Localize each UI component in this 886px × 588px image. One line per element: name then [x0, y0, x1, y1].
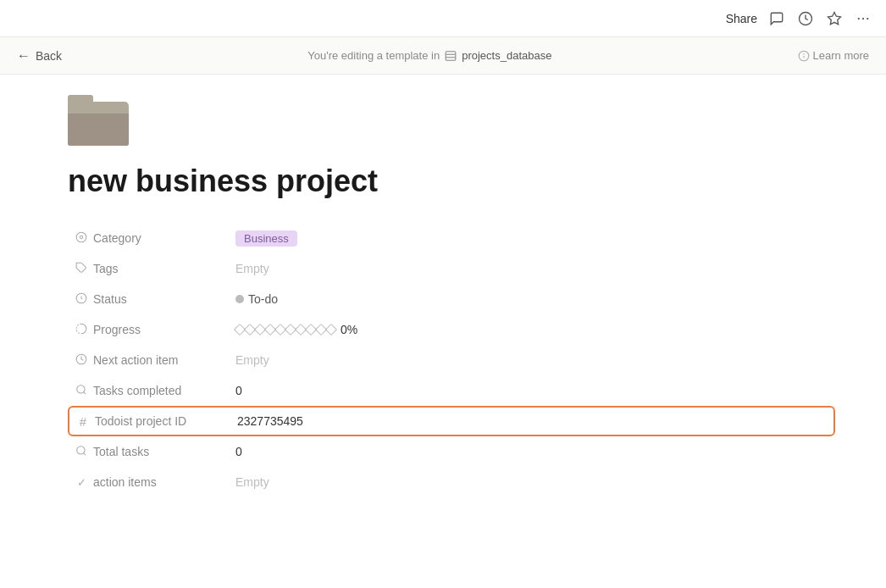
- todoist-id-label-text: Todoist project ID: [95, 414, 186, 428]
- next-action-empty: Empty: [235, 353, 269, 367]
- database-name: projects_database: [462, 49, 551, 62]
- svg-point-18: [77, 385, 85, 392]
- property-todoist-id-label: # Todoist project ID: [76, 414, 237, 429]
- property-action-items-label: ✓ action items: [75, 475, 235, 489]
- template-bar: ← Back You're editing a template in proj…: [0, 37, 886, 75]
- tags-icon: [75, 262, 88, 276]
- action-items-value[interactable]: Empty: [235, 475, 828, 489]
- property-status-label: Status: [75, 292, 235, 307]
- action-items-empty: Empty: [235, 475, 269, 489]
- total-tasks-number: 0: [235, 445, 242, 458]
- template-editing-info: You're editing a template in projects_da…: [307, 49, 551, 62]
- property-next-action[interactable]: Next action item Empty: [68, 345, 835, 375]
- next-action-label-text: Next action item: [93, 353, 178, 367]
- business-tag: Business: [235, 230, 297, 247]
- svg-point-2: [858, 17, 860, 19]
- svg-line-19: [84, 391, 86, 394]
- property-tasks-completed[interactable]: Tasks completed 0: [68, 375, 835, 406]
- property-progress[interactable]: Progress 0%: [68, 314, 835, 345]
- database-icon: [445, 50, 457, 62]
- share-button[interactable]: Share: [726, 12, 757, 25]
- folder-icon: [68, 95, 129, 146]
- tags-value[interactable]: Empty: [235, 262, 828, 275]
- category-icon: [75, 231, 88, 246]
- property-action-items[interactable]: ✓ action items Empty: [68, 467, 835, 497]
- status-dot: [235, 295, 244, 303]
- status-value[interactable]: To-do: [235, 292, 828, 306]
- svg-point-3: [862, 17, 864, 19]
- svg-point-20: [77, 446, 85, 453]
- svg-point-12: [80, 236, 83, 239]
- tags-label-text: Tags: [93, 262, 119, 275]
- learn-more-label: Learn more: [813, 49, 869, 62]
- svg-point-11: [76, 232, 86, 242]
- total-tasks-label-text: Total tasks: [93, 445, 149, 458]
- svg-marker-1: [828, 12, 841, 24]
- progress-percent: 0%: [341, 323, 357, 336]
- learn-more-button[interactable]: Learn more: [798, 49, 869, 62]
- action-items-label-text: action items: [93, 475, 157, 489]
- back-arrow-icon: ←: [17, 48, 30, 64]
- tasks-completed-value[interactable]: 0: [235, 384, 828, 397]
- diamond-10: [325, 324, 337, 336]
- property-total-tasks[interactable]: Total tasks 0: [68, 436, 835, 467]
- property-next-action-label: Next action item: [75, 353, 235, 368]
- back-label: Back: [36, 49, 62, 63]
- next-action-value[interactable]: Empty: [235, 353, 828, 367]
- comment-icon[interactable]: [767, 9, 786, 28]
- status-icon: [75, 292, 88, 307]
- tasks-completed-icon: [75, 384, 88, 398]
- progress-label-text: Progress: [93, 323, 141, 336]
- info-icon: [798, 50, 810, 62]
- page-icon[interactable]: [68, 95, 835, 146]
- hash-icon: #: [76, 414, 90, 429]
- tags-empty: Empty: [235, 262, 269, 275]
- progress-diamonds: 0%: [235, 323, 357, 336]
- category-label-text: Category: [93, 231, 141, 245]
- next-action-icon: [75, 353, 88, 368]
- tasks-completed-number: 0: [235, 384, 242, 397]
- progress-icon: [75, 323, 88, 337]
- history-icon[interactable]: [796, 9, 815, 28]
- svg-point-4: [867, 17, 868, 19]
- editing-text: You're editing a template in: [307, 49, 440, 62]
- page-title[interactable]: new business project: [68, 163, 835, 199]
- top-bar: Share: [0, 0, 886, 37]
- property-tags[interactable]: Tags Empty: [68, 253, 835, 284]
- svg-line-16: [81, 298, 82, 299]
- property-todoist-id[interactable]: # Todoist project ID 2327735495: [68, 406, 835, 436]
- todoist-id-value[interactable]: 2327735495: [237, 414, 827, 428]
- property-progress-label: Progress: [75, 323, 235, 337]
- property-category-label: Category: [75, 231, 235, 246]
- todoist-id-number: 2327735495: [237, 414, 303, 428]
- category-value[interactable]: Business: [235, 230, 828, 247]
- more-icon[interactable]: [854, 9, 872, 28]
- folder-front: [68, 114, 129, 146]
- progress-value[interactable]: 0%: [235, 323, 828, 336]
- svg-line-21: [84, 452, 86, 455]
- total-tasks-value[interactable]: 0: [235, 445, 828, 458]
- page-content: new business project Category Business: [0, 75, 886, 588]
- properties-list: Category Business Tags Empty: [68, 223, 835, 497]
- status-label-text: Status: [93, 292, 127, 306]
- property-category[interactable]: Category Business: [68, 223, 835, 253]
- property-status[interactable]: Status To-do: [68, 284, 835, 314]
- star-icon[interactable]: [825, 9, 844, 28]
- svg-rect-5: [446, 51, 456, 60]
- back-button[interactable]: ← Back: [17, 48, 62, 64]
- status-todo-badge: To-do: [235, 292, 278, 306]
- action-items-icon: ✓: [75, 476, 88, 489]
- property-total-tasks-label: Total tasks: [75, 445, 235, 459]
- total-tasks-icon: [75, 445, 88, 459]
- property-tags-label: Tags: [75, 262, 235, 276]
- tasks-completed-label-text: Tasks completed: [93, 384, 181, 397]
- property-tasks-completed-label: Tasks completed: [75, 384, 235, 398]
